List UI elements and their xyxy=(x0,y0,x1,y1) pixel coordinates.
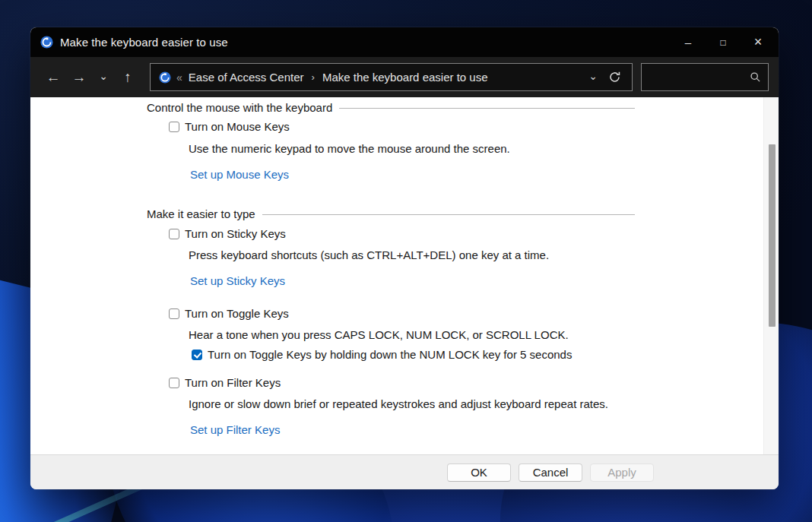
section-header-mouse: Control the mouse with the keyboard xyxy=(147,101,635,114)
filter-keys-row[interactable]: Turn on Filter Keys xyxy=(169,376,281,389)
toggle-keys-numlock-checkbox[interactable] xyxy=(192,350,202,360)
checkbox-label: Turn on Mouse Keys xyxy=(185,120,290,133)
dialog-footer: OK Cancel Apply xyxy=(30,454,779,489)
up-icon[interactable]: ↑ xyxy=(115,69,141,86)
breadcrumb-root[interactable]: Ease of Access Center xyxy=(189,71,304,84)
filter-keys-description: Ignore or slow down brief or repeated ke… xyxy=(189,397,608,410)
close-button[interactable]: × xyxy=(741,27,776,57)
filter-keys-checkbox[interactable] xyxy=(169,378,179,388)
checkbox-label: Turn on Toggle Keys xyxy=(185,307,289,320)
sticky-keys-row[interactable]: Turn on Sticky Keys xyxy=(169,227,286,240)
ease-of-access-icon xyxy=(159,71,171,84)
toggle-keys-numlock-row[interactable]: Turn on Toggle Keys by holding down the … xyxy=(192,348,572,361)
checkbox-label: Turn on Filter Keys xyxy=(185,376,281,389)
sticky-keys-checkbox[interactable] xyxy=(169,229,179,239)
toggle-keys-row[interactable]: Turn on Toggle Keys xyxy=(169,307,289,320)
ease-of-access-icon xyxy=(40,36,53,49)
maximize-button[interactable]: □ xyxy=(706,27,741,57)
titlebar[interactable]: Make the keyboard easier to use – □ × xyxy=(30,27,779,57)
breadcrumb-separator-icon: › xyxy=(312,71,315,83)
sticky-keys-description: Press keyboard shortcuts (such as CTRL+A… xyxy=(189,248,549,261)
navigation-bar: ← → ⌄ ↑ « Ease of Access Center › Make t… xyxy=(30,57,779,97)
search-box xyxy=(641,63,769,91)
ok-button[interactable]: OK xyxy=(447,463,511,482)
apply-button[interactable]: Apply xyxy=(590,463,654,482)
breadcrumb-current[interactable]: Make the keyboard easier to use xyxy=(322,71,488,84)
search-icon xyxy=(750,71,761,83)
address-dropdown-chevron-icon[interactable]: ⌄ xyxy=(588,70,598,82)
back-icon[interactable]: ← xyxy=(40,69,66,86)
forward-icon[interactable]: → xyxy=(66,69,92,86)
mouse-keys-description: Use the numeric keypad to move the mouse… xyxy=(189,142,510,155)
setup-mouse-keys-link[interactable]: Set up Mouse Keys xyxy=(190,168,289,181)
scrollbar-thumb[interactable] xyxy=(769,144,776,327)
toggle-keys-checkbox[interactable] xyxy=(169,308,179,319)
mouse-keys-row[interactable]: Turn on Mouse Keys xyxy=(169,120,290,133)
setup-sticky-keys-link[interactable]: Set up Sticky Keys xyxy=(190,274,285,287)
address-bar[interactable]: « Ease of Access Center › Make the keybo… xyxy=(150,63,633,91)
desktop-wallpaper: { "window": { "title": "Make the keyboar… xyxy=(0,0,812,522)
section-header-type: Make it easier to type xyxy=(147,207,635,220)
cancel-button[interactable]: Cancel xyxy=(519,463,582,482)
setup-filter-keys-link[interactable]: Set up Filter Keys xyxy=(190,423,280,436)
breadcrumb-overflow-icon[interactable]: « xyxy=(176,71,182,84)
recent-pages-chevron-icon[interactable]: ⌄ xyxy=(92,70,115,82)
settings-panel: Control the mouse with the keyboard Turn… xyxy=(30,97,779,454)
toggle-keys-description: Hear a tone when you press CAPS LOCK, NU… xyxy=(189,328,569,341)
window-controls: – □ × xyxy=(671,27,779,57)
ease-of-access-window: Make the keyboard easier to use – □ × ← … xyxy=(30,27,779,489)
checkbox-label: Turn on Toggle Keys by holding down the … xyxy=(208,348,572,361)
refresh-icon[interactable] xyxy=(608,71,621,84)
section-rule xyxy=(339,108,635,109)
window-title: Make the keyboard easier to use xyxy=(60,36,228,49)
checkbox-label: Turn on Sticky Keys xyxy=(185,227,286,240)
section-header-label: Make it easier to type xyxy=(147,207,255,220)
minimize-button[interactable]: – xyxy=(671,27,706,57)
mouse-keys-checkbox[interactable] xyxy=(169,122,179,132)
section-header-label: Control the mouse with the keyboard xyxy=(147,101,332,114)
section-rule xyxy=(262,214,635,215)
search-input[interactable] xyxy=(642,71,750,84)
vertical-scrollbar[interactable] xyxy=(763,97,779,454)
